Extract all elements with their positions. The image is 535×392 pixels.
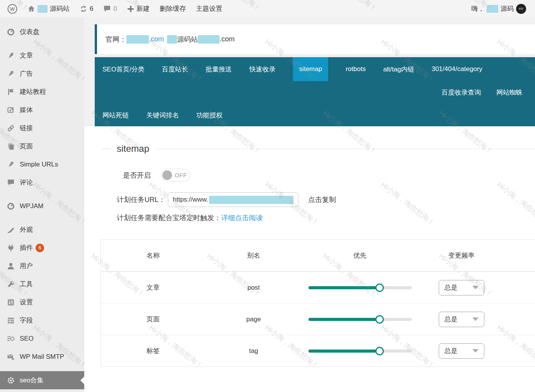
column-header-frequency: 变更频率 xyxy=(429,251,493,260)
notice-prefix: 官网： xyxy=(106,35,126,44)
user-name: 源码 xyxy=(501,4,514,13)
sidebar-item-links[interactable]: 链接 xyxy=(0,119,84,137)
sidebar-item-ads[interactable]: 广告 xyxy=(0,64,84,83)
cron-url-label: 计划任务URL： xyxy=(117,195,165,204)
sidebar-item-label: 媒体 xyxy=(20,105,33,114)
sidebar-item-label: 插件 xyxy=(20,243,33,252)
admin-sidebar: 仪表盘 文章 广告 建站教程 媒体 链接 页面 Simple URLs xyxy=(0,17,84,392)
enable-toggle[interactable]: OFF xyxy=(161,169,191,182)
account-menu[interactable]: 嗨， 源码 I/O xyxy=(468,0,530,17)
redacted-site-prefix xyxy=(37,5,48,13)
sidebar-item-dashboard[interactable]: 仪表盘 xyxy=(0,23,84,41)
wordpress-logo[interactable]: W xyxy=(4,0,21,17)
sidebar-item-label: 广告 xyxy=(20,69,33,78)
sidebar-item-label: 页面 xyxy=(20,142,33,151)
slider-fill xyxy=(308,350,380,353)
sidebar-item-tools[interactable]: 工具 xyxy=(0,275,84,293)
tab-baidu-webmaster[interactable]: 百度站长 xyxy=(162,65,188,74)
new-content-button[interactable]: 新建 xyxy=(124,0,153,17)
row-name: 标签 xyxy=(101,346,205,355)
sidebar-item-posts[interactable]: 文章 xyxy=(0,46,84,64)
change-frequency-select[interactable]: 总是 xyxy=(439,312,484,327)
copy-button[interactable]: 点击复制 xyxy=(308,195,336,204)
new-label: 新建 xyxy=(136,4,150,13)
tab-batch-push[interactable]: 批量推送 xyxy=(206,65,232,74)
tab-fast-index[interactable]: 快速收录 xyxy=(249,65,276,74)
sidebar-item-simple-urls[interactable]: Simple URLs xyxy=(0,155,84,173)
priority-slider[interactable] xyxy=(308,347,412,355)
sidebar-item-label: 字段 xyxy=(20,316,33,325)
sitemap-table: 名称 别名 优先 变更频率 文章 post 总是 xyxy=(101,239,535,367)
settings-sliders-icon xyxy=(7,299,15,306)
avatar: I/O xyxy=(516,4,526,14)
updates-button[interactable]: 6 xyxy=(76,0,97,17)
priority-slider[interactable] xyxy=(308,315,412,324)
sidebar-item-fields[interactable]: 字段 xyxy=(0,311,84,329)
sidebar-item-appearance[interactable]: 外观 xyxy=(0,221,84,239)
table-row: 页面 page 总是 xyxy=(101,303,535,335)
change-frequency-select[interactable]: 总是 xyxy=(439,280,484,295)
official-site-link[interactable]: .com xyxy=(126,35,164,44)
cron-url-input[interactable]: https://www. xyxy=(168,192,298,207)
redacted-url xyxy=(209,196,293,204)
tab-keyword-ranking[interactable]: 关键词排名 xyxy=(146,111,179,120)
tab-301-404-category[interactable]: 301/404/category xyxy=(431,65,482,73)
tab-alt-tag-links[interactable]: alt/tag内链 xyxy=(383,65,414,74)
official-site-notice: 官网： .com 源码站 .com xyxy=(95,24,535,54)
greeting-text: 嗨， xyxy=(471,4,484,13)
row-alias: post xyxy=(205,284,302,292)
tab-site-spider[interactable]: 网站蜘蛛 xyxy=(496,88,523,97)
sidebar-item-settings[interactable]: 设置 xyxy=(0,293,84,311)
tab-feature-license[interactable]: 功能授权 xyxy=(196,111,223,120)
comments-count: 0 xyxy=(113,5,117,13)
change-frequency-select[interactable]: 总是 xyxy=(439,343,484,359)
tab-rotbots[interactable]: rotbots xyxy=(346,65,366,73)
tab-baidu-index-query[interactable]: 百度收录查询 xyxy=(441,88,481,97)
slider-handle[interactable] xyxy=(375,347,384,355)
sidebar-item-plugins[interactable]: 插件 6 xyxy=(0,239,84,257)
link-icon xyxy=(7,124,15,132)
seo-lines-icon xyxy=(7,335,15,343)
sidebar-item-pages[interactable]: 页面 xyxy=(0,137,84,155)
admin-bar-left: W 源码站 6 0 xyxy=(0,0,226,17)
sidebar-item-wpjam[interactable]: WPJAM xyxy=(0,197,84,215)
visit-site-link[interactable]: 源码站 xyxy=(24,0,73,17)
priority-slider[interactable] xyxy=(308,283,412,292)
cron-url-row: 计划任务URL： https://www. 点击复制 xyxy=(84,192,535,207)
paintbrush-icon xyxy=(7,226,15,234)
logo-letter: W xyxy=(10,6,15,12)
slider-handle[interactable] xyxy=(375,283,384,292)
slider-handle[interactable] xyxy=(375,315,384,324)
sidebar-item-media[interactable]: 媒体 xyxy=(0,101,84,119)
tab-dead-links[interactable]: 网站死链 xyxy=(102,111,129,120)
enable-row: 是否开启 OFF xyxy=(84,169,535,182)
slider-track xyxy=(308,286,412,289)
tab-seo-home-category[interactable]: SEO首页/分类 xyxy=(102,65,145,74)
sidebar-item-label: SEO xyxy=(20,335,34,343)
read-more-link[interactable]: 详细点击阅读 xyxy=(221,214,263,222)
chevron-down-icon xyxy=(472,317,479,321)
comments-button[interactable]: 0 xyxy=(100,0,120,17)
theme-settings-button[interactable]: 主题设置 xyxy=(193,0,226,17)
chevron-down-icon xyxy=(472,286,479,289)
redacted-user-prefix xyxy=(487,5,498,13)
column-header-priority: 优先 xyxy=(302,251,418,260)
sidebar-item-users[interactable]: 用户 xyxy=(0,257,84,275)
sidebar-item-label: WP Mail SMTP xyxy=(20,353,64,361)
nav-row-1: SEO首页/分类 百度站长 批量推送 快速收录 sitemap rotbots … xyxy=(95,57,535,81)
cron-note-row: 计划任务需要配合宝塔定时触发：详细点击阅读 xyxy=(84,213,535,222)
sidebar-item-site-tutorial[interactable]: 建站教程 xyxy=(0,83,84,101)
clear-cache-button[interactable]: 删除缓存 xyxy=(156,0,189,17)
toggle-knob xyxy=(162,170,172,180)
slider-fill xyxy=(308,286,380,289)
dashboard-gauge-icon xyxy=(7,28,15,36)
sidebar-item-label: WPJAM xyxy=(20,202,43,210)
sidebar-item-seo[interactable]: SEO xyxy=(0,329,84,348)
table-row: 文章 post 总是 xyxy=(101,272,535,303)
sidebar-item-comments[interactable]: 评论 xyxy=(0,173,84,192)
sidebar-item-seo-collection[interactable]: seo合集 xyxy=(0,371,84,389)
sidebar-item-wp-mail-smtp[interactable]: WP Mail SMTP xyxy=(0,348,84,366)
section-title-row: sitemap xyxy=(84,143,535,154)
tab-sitemap[interactable]: sitemap xyxy=(293,57,329,81)
site-name: 源码站 xyxy=(50,4,70,13)
